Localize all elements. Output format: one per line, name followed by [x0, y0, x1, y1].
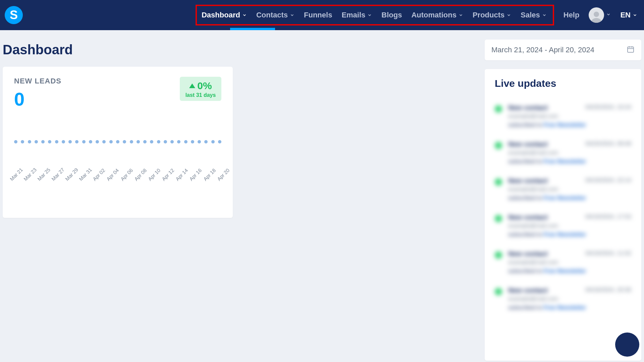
- app-logo[interactable]: S: [5, 6, 23, 24]
- live-item-name: New contact: [508, 214, 548, 221]
- trend-subtitle: last 31 days: [185, 92, 216, 98]
- chart-point: [102, 140, 106, 143]
- chart-point: [14, 140, 17, 143]
- nav-help[interactable]: Help: [564, 11, 580, 19]
- chart-x-tick: Apr 10: [147, 173, 156, 182]
- nav-item-products[interactable]: Products: [473, 11, 511, 19]
- chart-point: [68, 140, 72, 143]
- chart-point: [137, 140, 140, 143]
- live-update-item[interactable]: New contact04/19/2024, 22:14example@mail…: [495, 171, 631, 207]
- user-menu[interactable]: [589, 7, 611, 23]
- nav-item-label: Contacts: [256, 11, 288, 19]
- live-item-email: example@mail.com: [508, 186, 631, 193]
- chart-point: [184, 140, 187, 143]
- language-selector[interactable]: EN: [620, 11, 637, 19]
- live-updates-title: Live updates: [495, 78, 631, 89]
- svg-rect-1: [628, 47, 634, 52]
- status-dot-icon: [495, 178, 502, 186]
- chevron-down-icon: [290, 13, 294, 17]
- chart-x-tick: Mar 29: [64, 173, 73, 182]
- live-update-item[interactable]: New contact04/20/2024, 10:24example@mail…: [495, 98, 631, 134]
- chart-x-tick: Apr 08: [133, 173, 142, 182]
- nav-item-emails[interactable]: Emails: [341, 11, 372, 19]
- card-title: NEW LEADS: [14, 77, 61, 85]
- live-update-item[interactable]: New contact04/19/2024, 11:02example@mail…: [495, 244, 631, 281]
- nav-highlight-box: DashboardContactsFunnelsEmailsBlogsAutom…: [196, 5, 554, 25]
- live-item-action: subscribed to Free Newsletter: [508, 268, 631, 275]
- live-updates-panel: Live updates New contact04/20/2024, 10:2…: [485, 69, 641, 361]
- leads-chart: Mar 21Mar 23Mar 25Mar 27Mar 29Mar 31Apr …: [14, 140, 221, 214]
- chart-x-tick: Mar 31: [78, 173, 87, 182]
- chart-point: [89, 140, 92, 143]
- chart-point: [82, 140, 86, 143]
- chart-x-tick: Apr 20: [216, 173, 225, 182]
- chart-x-tick: Apr 02: [92, 173, 100, 182]
- chat-button[interactable]: [615, 333, 639, 357]
- nav-item-funnels[interactable]: Funnels: [304, 11, 332, 19]
- chart-x-tick: Mar 23: [22, 173, 31, 182]
- nav-item-automations[interactable]: Automations: [411, 11, 463, 19]
- nav-item-label: Dashboard: [202, 11, 240, 19]
- chevron-down-icon: [633, 11, 637, 19]
- chart-x-tick: Apr 16: [188, 173, 197, 182]
- nav-item-label: Products: [473, 11, 504, 19]
- nav-item-label: Blogs: [381, 11, 402, 19]
- status-dot-icon: [495, 288, 502, 295]
- chart-x-tick: Mar 21: [9, 173, 17, 182]
- date-range-text: March 21, 2024 - April 20, 2024: [491, 46, 594, 54]
- header-bar: S DashboardContactsFunnelsEmailsBlogsAut…: [0, 0, 644, 30]
- chart-x-tick: Apr 14: [174, 173, 183, 182]
- status-dot-icon: [495, 215, 502, 222]
- chart-point: [218, 140, 221, 143]
- live-item-action: subscribed to Free Newsletter: [508, 158, 631, 165]
- chart-point: [35, 140, 38, 143]
- trend-badge: 0% last 31 days: [180, 77, 221, 101]
- live-item-email: example@mail.com: [508, 296, 631, 302]
- trend-percent: 0%: [197, 80, 212, 92]
- chart-point: [48, 140, 51, 143]
- status-dot-icon: [495, 142, 502, 149]
- chart-x-axis: Mar 21Mar 23Mar 25Mar 27Mar 29Mar 31Apr …: [11, 177, 225, 183]
- card-value: 0: [14, 88, 61, 110]
- calendar-icon: [627, 45, 635, 55]
- live-item-name: New contact: [508, 140, 548, 148]
- live-update-item[interactable]: New contact04/18/2024, 20:36example@mail…: [495, 281, 631, 317]
- nav-item-sales[interactable]: Sales: [521, 11, 547, 19]
- chart-x-tick: Mar 25: [36, 173, 45, 182]
- live-item-name: New contact: [508, 177, 548, 185]
- nav-item-label: Funnels: [304, 11, 332, 19]
- chart-point: [170, 140, 174, 143]
- chart-point: [164, 140, 167, 143]
- live-update-item[interactable]: New contact04/20/2024, 09:48example@mail…: [495, 134, 631, 171]
- date-range-picker[interactable]: March 21, 2024 - April 20, 2024: [485, 40, 641, 60]
- chart-point: [96, 140, 99, 143]
- chevron-down-icon: [506, 13, 511, 17]
- nav-item-blogs[interactable]: Blogs: [381, 11, 402, 19]
- chart-point: [75, 140, 78, 143]
- chart-point: [177, 140, 180, 143]
- nav-item-contacts[interactable]: Contacts: [256, 11, 294, 19]
- live-update-item[interactable]: New contact04/19/2024, 17:53example@mail…: [495, 207, 631, 244]
- chart-point: [116, 140, 119, 143]
- top-nav: DashboardContactsFunnelsEmailsBlogsAutom…: [196, 5, 637, 25]
- live-item-email: example@mail.com: [508, 113, 631, 120]
- chart-point: [123, 140, 126, 143]
- live-item-action: subscribed to Free Newsletter: [508, 231, 631, 238]
- status-dot-icon: [495, 251, 502, 259]
- chart-point: [41, 140, 45, 143]
- chart-x-tick: Apr 06: [119, 173, 128, 182]
- live-item-date: 04/18/2024, 20:36: [585, 287, 631, 294]
- chart-point: [198, 140, 201, 143]
- nav-item-dashboard[interactable]: Dashboard: [202, 11, 247, 19]
- chart-line: [14, 140, 221, 143]
- chart-point: [191, 140, 194, 143]
- chart-point: [109, 140, 113, 143]
- chart-point: [130, 140, 133, 143]
- chart-point: [211, 140, 215, 143]
- nav-item-label: Automations: [411, 11, 456, 19]
- live-item-date: 04/19/2024, 11:02: [585, 250, 631, 258]
- live-item-date: 04/20/2024, 09:48: [585, 140, 631, 148]
- live-item-action: subscribed to Free Newsletter: [508, 122, 631, 128]
- live-item-email: example@mail.com: [508, 223, 631, 229]
- live-item-name: New contact: [508, 104, 548, 112]
